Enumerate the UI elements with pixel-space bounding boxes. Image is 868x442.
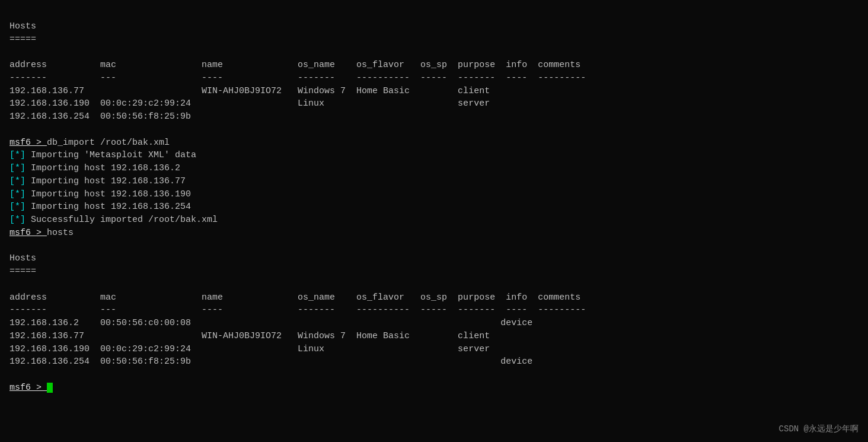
terminal-line: [*] Successfully imported /root/bak.xml xyxy=(9,214,859,227)
terminal-line: 192.168.136.2 00:50:56:c0:00:08 device xyxy=(9,317,859,330)
terminal: Hosts===== address mac name os_name os_f… xyxy=(9,7,859,395)
terminal-line: Hosts xyxy=(9,20,859,33)
prompt-text: msf6 > xyxy=(9,228,47,238)
terminal-line: address mac name os_name os_flavor os_sp… xyxy=(9,59,859,72)
info-bracket: [*] xyxy=(9,163,25,173)
terminal-line: address mac name os_name os_flavor os_sp… xyxy=(9,291,859,304)
terminal-line: [*] Importing host 192.168.136.190 xyxy=(9,188,859,201)
terminal-line: ===== xyxy=(9,33,859,46)
terminal-line: 192.168.136.77 WIN-AHJ0BJ9IO72 Windows 7… xyxy=(9,85,859,98)
terminal-line: [*] Importing host 192.168.136.254 xyxy=(9,201,859,214)
terminal-line: 192.168.136.254 00:50:56:f8:25:9b device xyxy=(9,355,859,368)
info-bracket: [*] xyxy=(9,202,25,212)
terminal-line: msf6 > hosts xyxy=(9,227,859,240)
info-bracket: [*] xyxy=(9,215,25,225)
terminal-line xyxy=(9,278,859,291)
watermark-text: CSDN @永远是少年啊 xyxy=(779,423,859,435)
terminal-line: [*] Importing host 192.168.136.2 xyxy=(9,162,859,175)
prompt-text: msf6 > xyxy=(9,138,47,148)
command-text: db_import /root/bak.xml xyxy=(47,138,170,148)
info-bracket: [*] xyxy=(9,150,25,160)
terminal-line: ===== xyxy=(9,265,859,278)
terminal-line: 192.168.136.77 WIN-AHJ0BJ9IO72 Windows 7… xyxy=(9,330,859,343)
terminal-line: Hosts xyxy=(9,252,859,265)
info-bracket: [*] xyxy=(9,176,25,186)
terminal-line: msf6 > xyxy=(9,381,859,395)
command-text: hosts xyxy=(47,228,74,238)
terminal-line: ------- --- ---- ------- ---------- ----… xyxy=(9,304,859,317)
cursor xyxy=(47,383,53,393)
terminal-line xyxy=(9,123,859,136)
terminal-line xyxy=(9,368,859,381)
terminal-line: ------- --- ---- ------- ---------- ----… xyxy=(9,72,859,85)
terminal-line: [*] Importing host 192.168.136.77 xyxy=(9,175,859,188)
terminal-line: 192.168.136.254 00:50:56:f8:25:9b xyxy=(9,110,859,123)
terminal-line: msf6 > db_import /root/bak.xml xyxy=(9,136,859,150)
terminal-line xyxy=(9,240,859,253)
terminal-line: [*] Importing 'Metasploit XML' data xyxy=(9,149,859,162)
terminal-line: 192.168.136.190 00:0c:29:c2:99:24 Linux … xyxy=(9,343,859,356)
info-bracket: [*] xyxy=(9,189,25,199)
terminal-line: 192.168.136.190 00:0c:29:c2:99:24 Linux … xyxy=(9,97,859,110)
prompt-text: msf6 > xyxy=(9,383,47,393)
terminal-line xyxy=(9,46,859,59)
